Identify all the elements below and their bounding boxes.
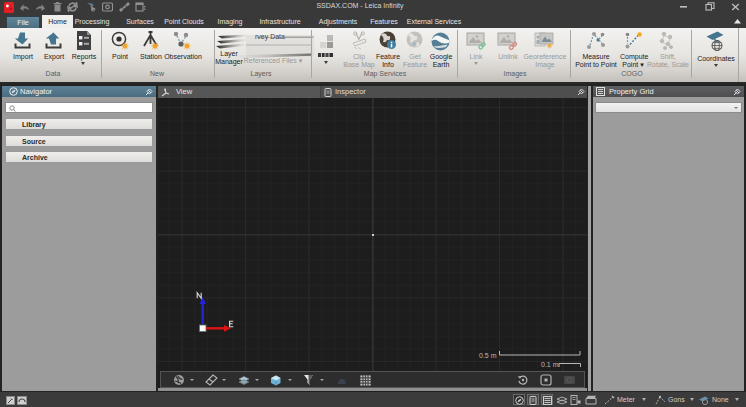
svg-text:0.1 m: 0.1 m	[541, 361, 559, 368]
svg-text:0.5 m: 0.5 m	[479, 352, 497, 359]
